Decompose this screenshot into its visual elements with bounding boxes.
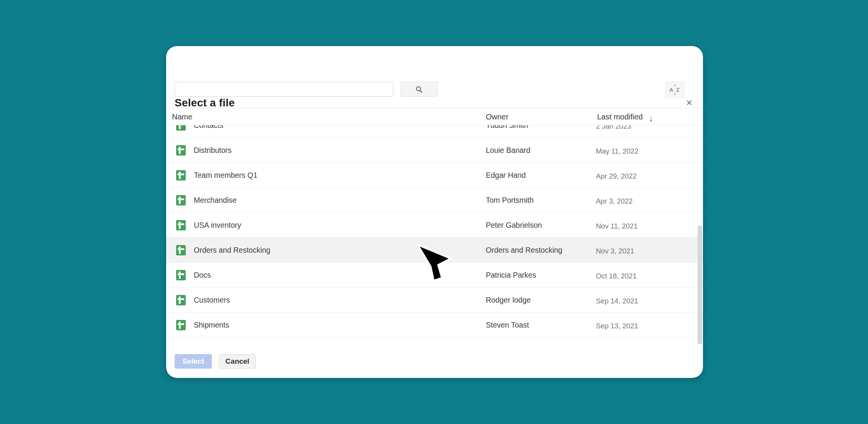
column-header-modified[interactable]: Last modified — [597, 108, 643, 125]
file-row[interactable]: Docs Patricia Parkes Oct 18, 2021 — [166, 263, 703, 288]
file-modified: Nov 3, 2021 — [596, 238, 634, 263]
file-name: Team members Q1 — [194, 163, 257, 188]
select-button[interactable]: Select — [175, 354, 212, 369]
scrollbar-thumb[interactable] — [698, 226, 702, 344]
column-header-name[interactable]: Name — [172, 108, 192, 125]
spreadsheet-icon — [176, 295, 186, 305]
file-owner: Patricia Parkes — [486, 263, 536, 288]
file-modified: Apr 29, 2022 — [596, 164, 637, 189]
file-name: Customers — [194, 288, 230, 313]
spreadsheet-icon — [176, 195, 186, 205]
cancel-button[interactable]: Cancel — [219, 354, 256, 369]
file-row[interactable]: Customers Rodger lodge Sep 14, 2021 — [166, 288, 703, 313]
spreadsheet-icon — [176, 145, 186, 156]
file-modified: Nov 11, 2021 — [596, 214, 638, 238]
file-list: Contacts Yudun Smith 2 Jan 2023 Distribu… — [166, 125, 703, 338]
spreadsheet-icon — [176, 125, 186, 131]
file-owner: Louie Banard — [486, 138, 530, 163]
sort-asc-icon: ▲ — [673, 84, 677, 87]
page-title: Select a file — [175, 97, 235, 109]
file-owner: Orders and Restocking — [486, 238, 562, 263]
file-owner: Peter Gabrielson — [486, 213, 542, 238]
search-icon — [415, 86, 423, 93]
file-modified: 2 Jan 2023 — [596, 125, 631, 139]
search-button[interactable] — [401, 82, 437, 97]
file-row[interactable]: Contacts Yudun Smith 2 Jan 2023 — [166, 125, 703, 138]
file-owner: Tom Portsmith — [486, 188, 534, 213]
file-row[interactable]: Distributors Louie Banard May 11, 2022 — [166, 138, 703, 163]
file-row[interactable]: USA inventory Peter Gabrielson Nov 11, 2… — [166, 213, 703, 238]
file-modified: Sep 14, 2021 — [596, 288, 638, 313]
sort-az-label: A Z — [669, 87, 680, 93]
file-name: Shipments — [194, 313, 229, 338]
sort-desc-icon: ▼ — [673, 93, 677, 96]
file-name: Orders and Restocking — [194, 238, 270, 263]
file-row[interactable]: Team members Q1 Edgar Hand Apr 29, 2022 — [166, 163, 703, 188]
file-modified: Sep 13, 2021 — [596, 313, 638, 338]
table-header: Name Owner Last modified ↓ — [166, 108, 703, 125]
file-name: USA inventory — [194, 213, 241, 238]
file-modified: Apr 3, 2022 — [596, 189, 633, 214]
spreadsheet-icon — [176, 320, 186, 330]
file-modified: May 11, 2022 — [596, 139, 639, 164]
search-input[interactable] — [175, 82, 393, 97]
file-name: Distributors — [194, 138, 232, 163]
file-row[interactable]: Orders and Restocking Orders and Restock… — [166, 238, 703, 263]
file-row[interactable]: Shipments Steven Toast Sep 13, 2021 — [166, 313, 703, 338]
file-name: Docs — [194, 263, 211, 288]
sort-button[interactable]: ▲ A Z ▼ — [665, 81, 685, 98]
file-name: Merchandise — [194, 188, 237, 213]
file-owner: Yudun Smith — [486, 125, 528, 138]
file-name: Contacts — [194, 125, 223, 138]
select-file-dialog: Select a file ✕ ▲ A Z ▼ Name Owner Last … — [166, 46, 703, 378]
spreadsheet-icon — [176, 170, 186, 181]
file-row[interactable]: Merchandise Tom Portsmith Apr 3, 2022 — [166, 188, 703, 213]
spreadsheet-icon — [176, 220, 186, 230]
spreadsheet-icon — [176, 270, 186, 280]
file-owner: Rodger lodge — [486, 288, 531, 313]
file-owner: Steven Toast — [486, 313, 529, 338]
file-owner: Edgar Hand — [486, 163, 526, 188]
column-header-owner[interactable]: Owner — [486, 108, 508, 125]
spreadsheet-icon — [176, 245, 186, 255]
file-modified: Oct 18, 2021 — [596, 263, 637, 288]
